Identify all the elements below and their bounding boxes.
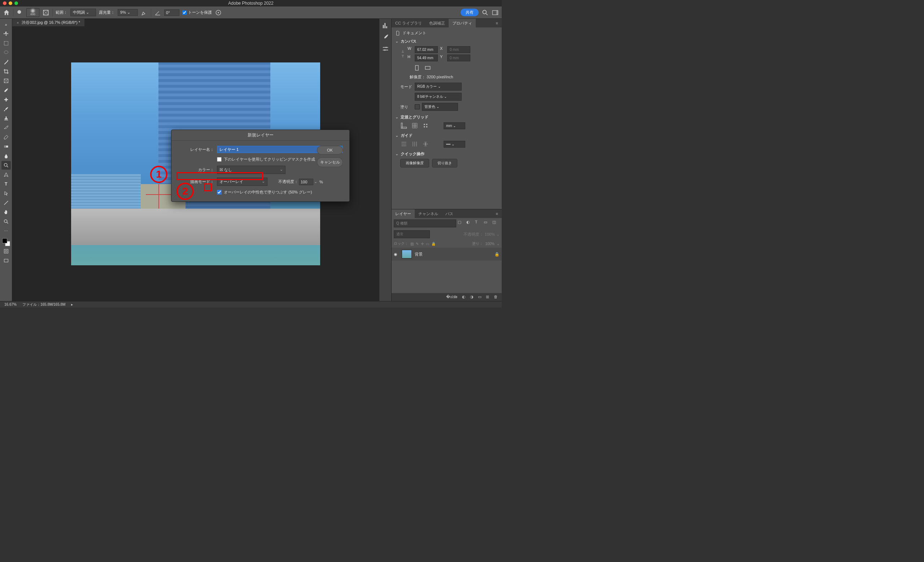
lock-all-icon[interactable]: 🔒 [431, 242, 436, 246]
layer-thumbnail[interactable] [402, 250, 412, 258]
histogram-icon[interactable] [381, 22, 390, 30]
fill-swatch[interactable] [415, 104, 420, 109]
home-icon[interactable] [3, 9, 10, 16]
brush-tool[interactable] [2, 105, 11, 113]
fx-icon[interactable]: fx [454, 295, 459, 300]
guide-v-icon[interactable] [411, 141, 418, 148]
lasso-tool[interactable] [2, 48, 11, 57]
visibility-icon[interactable]: ◉ [394, 252, 399, 257]
clip-mask-checkbox[interactable] [217, 157, 222, 162]
bit-depth-select[interactable]: 8 bit/チャンネル ⌄ [415, 93, 462, 101]
close-window-icon[interactable] [3, 1, 6, 5]
zoom-level[interactable]: 16.67% [4, 303, 16, 306]
status-arrow-icon[interactable]: ▸ [71, 303, 73, 306]
trash-icon[interactable]: 🗑 [494, 295, 499, 300]
tab-layers[interactable]: レイヤー [392, 209, 415, 218]
fill-neutral-checkbox[interactable] [217, 190, 222, 195]
brushes-icon[interactable] [381, 33, 390, 41]
heal-tool[interactable] [2, 95, 11, 104]
shape-tool[interactable] [2, 199, 11, 207]
tab-color-adjust[interactable]: 色調補正 [426, 19, 448, 27]
blur-tool[interactable] [2, 151, 11, 160]
rulers-section-title[interactable]: 定規とグリッド [395, 114, 498, 120]
opacity-input[interactable] [299, 179, 313, 185]
lock-icon[interactable]: 🔒 [495, 252, 500, 257]
height-input[interactable] [415, 54, 438, 61]
workspace-icon[interactable] [492, 9, 499, 16]
guide-style-select[interactable]: ━━ ⌄ [444, 141, 465, 148]
filter-text-icon[interactable]: T [475, 220, 482, 227]
lock-position-icon[interactable]: ✛ [421, 242, 424, 246]
crop-button[interactable]: 切り抜き [432, 159, 457, 168]
blend-mode-select[interactable]: 通常 [394, 230, 430, 238]
lock-artboard-icon[interactable]: ▭ [426, 242, 429, 246]
hand-tool[interactable] [2, 208, 11, 217]
guides-section-title[interactable]: ガイド [395, 133, 498, 138]
edit-toolbar-icon[interactable]: ⋯ [2, 227, 11, 235]
eraser-tool[interactable] [2, 133, 11, 141]
move-tool[interactable] [2, 30, 11, 38]
panel-menu-icon[interactable]: ≡ [492, 19, 502, 27]
pen-tool[interactable] [2, 170, 11, 179]
adjustments-icon[interactable] [381, 45, 390, 53]
tab-paths[interactable]: パス [442, 209, 457, 218]
adjustment-layer-icon[interactable]: ◑ [470, 295, 475, 300]
close-tab-icon[interactable]: × [16, 21, 19, 25]
minimize-window-icon[interactable] [9, 1, 12, 5]
range-select[interactable]: 中間調 ⌄ [70, 9, 96, 16]
lock-pixels-icon[interactable]: ▨ [410, 242, 414, 246]
zoom-tool[interactable] [2, 217, 11, 226]
maximize-window-icon[interactable] [14, 1, 18, 5]
search-icon[interactable] [482, 9, 489, 16]
landscape-icon[interactable] [424, 64, 431, 72]
pixel-grid-icon[interactable] [422, 122, 429, 129]
color-swatches[interactable] [2, 238, 10, 246]
lock-paint-icon[interactable]: ✎ [416, 242, 418, 246]
portrait-icon[interactable] [413, 64, 420, 72]
canvas-section-title[interactable]: カンバス [395, 39, 498, 44]
fill-select[interactable]: 背景色 ⌄ [422, 103, 458, 111]
mask-icon[interactable]: ◐ [462, 295, 467, 300]
path-select-tool[interactable] [2, 189, 11, 198]
tab-properties[interactable]: プロパティ [448, 19, 476, 27]
history-brush-tool[interactable] [2, 123, 11, 132]
layers-menu-icon[interactable]: ≡ [492, 209, 502, 218]
brush-preview[interactable]: 600 [26, 8, 39, 17]
link-icon[interactable] [400, 49, 405, 59]
wand-tool[interactable] [2, 58, 11, 66]
text-tool[interactable]: T [2, 180, 11, 189]
protect-tone-checkbox[interactable] [182, 10, 187, 15]
document-tab[interactable]: × 渋谷002.jpg @ 16.7% (RGB/8*) * [12, 19, 84, 27]
color-mode-select[interactable]: RGB カラー ⌄ [415, 82, 462, 91]
ruler-icon[interactable] [400, 122, 408, 129]
group-icon[interactable]: ▭ [478, 295, 483, 300]
eyedropper-tool[interactable] [2, 86, 11, 94]
image-resolution-button[interactable]: 画像解像度 [400, 159, 429, 168]
expand-icon[interactable]: » [2, 20, 11, 29]
airbrush-icon[interactable] [141, 9, 148, 16]
tool-preset-icon[interactable] [16, 9, 24, 16]
filter-smart-icon[interactable]: ◫ [492, 220, 500, 227]
dodge-tool[interactable] [2, 161, 11, 169]
marquee-tool[interactable] [2, 39, 11, 48]
guide-cross-icon[interactable] [422, 141, 429, 148]
pressure-icon[interactable] [215, 9, 222, 16]
width-input[interactable] [415, 46, 438, 53]
brush-settings-icon[interactable] [42, 9, 50, 16]
y-input[interactable] [447, 54, 470, 61]
filter-adjust-icon[interactable]: ◐ [466, 220, 474, 227]
tab-cc-library[interactable]: CC ライブラリ [392, 19, 426, 27]
exposure-select[interactable]: 9% ⌄ [118, 9, 138, 16]
filter-shape-icon[interactable]: ▭ [484, 220, 491, 227]
layer-filter-select[interactable]: Q 種類 [394, 219, 456, 228]
link-layers-icon[interactable]: �also [446, 295, 451, 300]
fg-color-swatch[interactable] [2, 238, 7, 243]
guide-h-icon[interactable] [400, 141, 408, 148]
gradient-tool[interactable] [2, 142, 11, 151]
x-input[interactable] [447, 46, 470, 53]
quickmask-icon[interactable] [2, 247, 11, 256]
share-button[interactable]: 共有 [460, 9, 478, 16]
tab-channels[interactable]: チャンネル [415, 209, 442, 218]
frame-tool[interactable] [2, 76, 11, 85]
layer-row-background[interactable]: ◉ 背景 🔒 [392, 247, 502, 261]
